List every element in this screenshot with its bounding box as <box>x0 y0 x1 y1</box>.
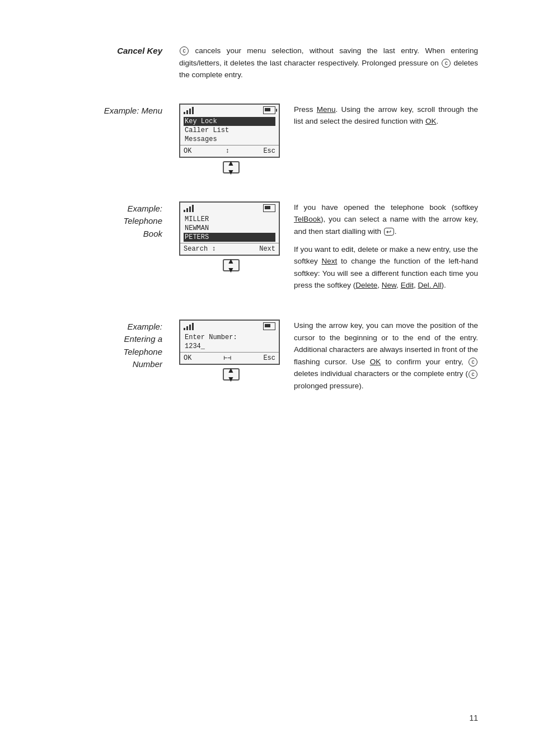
entering-para: Using the arrow key, you can move the po… <box>294 320 478 392</box>
phone-content-telbook: MILLER NEWMAN PETERS <box>180 214 279 243</box>
signal-bar-1 <box>184 328 185 330</box>
phone-top-bar-entering <box>180 321 279 332</box>
signal-bar-1 <box>184 112 185 114</box>
example-telbook-section: Example:TelephoneBook MILLER NEW <box>90 201 478 292</box>
signal-bars <box>184 106 194 114</box>
circle-c-entering2: c <box>469 370 477 379</box>
cancel-key-label: Cancel Key <box>90 45 179 55</box>
nav-button-menu: ▲▼ <box>223 161 240 173</box>
battery-icon-telbook <box>263 204 275 212</box>
entering-row-number: 1234_ <box>184 342 275 351</box>
menu-row-messages: Messages <box>184 135 275 144</box>
press-menu-text: Press Menu. Using the arrow key, scroll … <box>294 105 478 126</box>
example-entering-label: Example:Entering aTelephoneNumber <box>90 320 179 371</box>
entering-row-label: Enter Number: <box>184 333 275 342</box>
nav-button-entering: ▲▼ <box>223 368 240 381</box>
softkey-mid: ↕ <box>226 147 229 155</box>
page: Cancel Key c cancels your menu selection… <box>0 0 534 756</box>
signal-bar-4 <box>192 323 194 330</box>
nav-arrows-entering: ▲▼ <box>227 365 235 383</box>
phone-top-bar <box>180 105 279 116</box>
battery-icon <box>263 106 275 114</box>
phone-softkeys-entering: OK ⊢⊣ Esc <box>180 352 279 364</box>
example-telbook-text: If you have opened the telephone book (s… <box>294 201 478 292</box>
nav-arrows: ▲▼ <box>227 158 235 176</box>
signal-bar-3 <box>189 206 191 212</box>
softkey-ok: OK <box>184 147 191 155</box>
telbook-para2: If you want to edit, delete or make a ne… <box>294 243 478 292</box>
page-number: 11 <box>469 713 478 722</box>
dial-icon: ↩ <box>384 228 394 236</box>
circle-c-icon: c <box>180 46 189 55</box>
phone-top-bar-telbook <box>180 203 279 214</box>
phone-screen-telbook: MILLER NEWMAN PETERS Search ↕ Next <box>179 201 280 256</box>
phone-softkeys-telbook: Search ↕ Next <box>180 243 279 255</box>
example-menu-label: Example: Menu <box>90 104 179 118</box>
phone-screen-entering: Enter Number: 1234_ OK ⊢⊣ Esc <box>179 320 280 365</box>
nav-button-telbook: ▲▼ <box>223 259 240 271</box>
signal-bar-4 <box>192 205 194 212</box>
phone-content-entering: Enter Number: 1234_ <box>180 332 279 352</box>
telbook-para1: If you have opened the telephone book (s… <box>294 201 478 238</box>
example-entering-text: Using the arrow key, you can move the po… <box>294 320 478 392</box>
cancel-key-text1: cancels your menu selection, without sav… <box>179 46 478 67</box>
telbook-row-newman: NEWMAN <box>184 224 275 233</box>
softkey-ok-entering: OK <box>184 354 191 362</box>
phone-screen-menu: Key Lock Caller List Messages OK ↕ Esc <box>179 104 280 158</box>
circle-c-entering: c <box>469 358 477 367</box>
example-menu-section: Example: Menu Key Lock Caller Li <box>90 104 478 173</box>
battery-fill <box>265 206 270 209</box>
signal-bar-2 <box>186 326 188 330</box>
menu-row-keylock: Key Lock <box>184 117 275 126</box>
example-menu-text: Press Menu. Using the arrow key, scroll … <box>294 104 478 128</box>
softkey-esc-entering: Esc <box>263 354 275 362</box>
example-telbook-label: Example:TelephoneBook <box>90 201 179 241</box>
menu-row-callerlist: Caller List <box>184 126 275 135</box>
example-telbook-screen-container: MILLER NEWMAN PETERS Search ↕ Next ▲▼ <box>179 201 283 271</box>
phone-content-menu: Key Lock Caller List Messages <box>180 116 279 145</box>
cancel-key-section: Cancel Key c cancels your menu selection… <box>90 45 478 81</box>
signal-bar-2 <box>186 110 188 114</box>
signal-bar-1 <box>184 210 185 212</box>
softkey-esc: Esc <box>263 147 275 155</box>
softkey-cursor: ⊢⊣ <box>224 354 231 361</box>
signal-bars-telbook <box>184 204 194 212</box>
cancel-key-description: c cancels your menu selection, without s… <box>179 45 478 81</box>
signal-bar-4 <box>192 107 194 114</box>
signal-bar-3 <box>189 325 191 330</box>
example-entering-screen-container: Enter Number: 1234_ OK ⊢⊣ Esc ▲▼ <box>179 320 283 381</box>
softkey-next: Next <box>259 245 275 253</box>
telbook-row-peters: PETERS <box>184 233 275 242</box>
phone-softkeys-menu: OK ↕ Esc <box>180 145 279 157</box>
signal-bar-3 <box>189 109 191 114</box>
nav-arrows-telbook: ▲▼ <box>227 256 235 274</box>
signal-bar-2 <box>186 208 188 212</box>
signal-bars-entering <box>184 322 194 330</box>
example-entering-section: Example:Entering aTelephoneNumber Enter … <box>90 320 478 392</box>
circle-c-icon2: c <box>442 59 451 68</box>
battery-icon-entering <box>263 322 275 330</box>
battery-fill <box>265 108 270 111</box>
battery-fill <box>265 324 270 327</box>
telbook-row-miller: MILLER <box>184 215 275 224</box>
example-menu-screen-container: Key Lock Caller List Messages OK ↕ Esc ▲… <box>179 104 283 173</box>
softkey-search: Search ↕ <box>184 245 216 253</box>
